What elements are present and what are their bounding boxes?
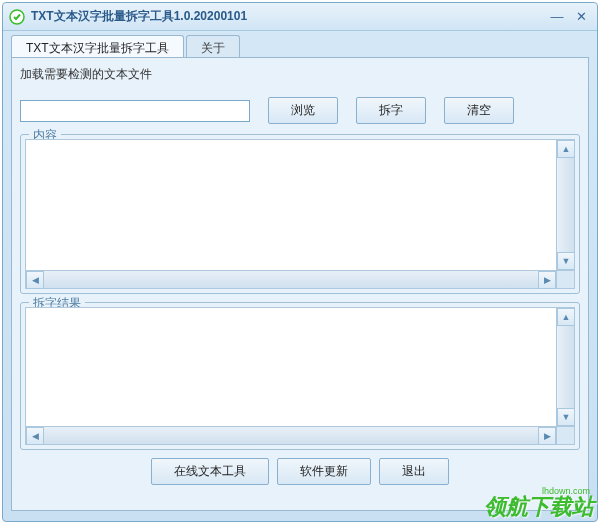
bottom-bar: 在线文本工具 软件更新 退出 — [20, 458, 580, 485]
tab-main[interactable]: TXT文本汉字批量拆字工具 — [11, 35, 184, 57]
app-icon — [9, 9, 25, 25]
result-textarea-wrap: ▲ ▼ ◀ ▶ — [25, 307, 575, 445]
content-area: 加载需要检测的文本文件 浏览 拆字 清空 内容 ▲ ▼ ◀ ▶ — [11, 57, 589, 511]
scroll-corner — [556, 270, 574, 288]
update-button[interactable]: 软件更新 — [277, 458, 371, 485]
clear-button[interactable]: 清空 — [444, 97, 514, 124]
window-title: TXT文本汉字批量拆字工具1.0.20200101 — [31, 8, 547, 25]
tab-bar: TXT文本汉字批量拆字工具 关于 — [3, 31, 597, 57]
scroll-left-icon[interactable]: ◀ — [26, 427, 44, 445]
tab-about[interactable]: 关于 — [186, 35, 240, 57]
scroll-corner — [556, 426, 574, 444]
scroll-up-icon[interactable]: ▲ — [557, 140, 575, 158]
file-path-input[interactable] — [20, 100, 250, 122]
scroll-down-icon[interactable]: ▼ — [557, 252, 575, 270]
split-button[interactable]: 拆字 — [356, 97, 426, 124]
minimize-button[interactable]: — — [547, 9, 567, 25]
app-window: TXT文本汉字批量拆字工具1.0.20200101 — ✕ TXT文本汉字批量拆… — [2, 2, 598, 522]
load-section: 加载需要检测的文本文件 浏览 拆字 清空 — [20, 66, 580, 124]
window-controls: — ✕ — [547, 9, 591, 25]
scrollbar-horizontal[interactable]: ◀ ▶ — [26, 270, 556, 288]
browse-button[interactable]: 浏览 — [268, 97, 338, 124]
result-textarea[interactable] — [26, 308, 556, 444]
result-fieldset: 拆字结果 ▲ ▼ ◀ ▶ — [20, 302, 580, 450]
scroll-up-icon[interactable]: ▲ — [557, 308, 575, 326]
scroll-right-icon[interactable]: ▶ — [538, 271, 556, 289]
content-textarea-wrap: ▲ ▼ ◀ ▶ — [25, 139, 575, 289]
scroll-left-icon[interactable]: ◀ — [26, 271, 44, 289]
scrollbar-vertical[interactable]: ▲ ▼ — [556, 140, 574, 270]
titlebar: TXT文本汉字批量拆字工具1.0.20200101 — ✕ — [3, 3, 597, 31]
scroll-down-icon[interactable]: ▼ — [557, 408, 575, 426]
content-textarea[interactable] — [26, 140, 556, 288]
load-label: 加载需要检测的文本文件 — [20, 66, 580, 83]
scroll-right-icon[interactable]: ▶ — [538, 427, 556, 445]
close-button[interactable]: ✕ — [571, 9, 591, 25]
content-fieldset: 内容 ▲ ▼ ◀ ▶ — [20, 134, 580, 294]
exit-button[interactable]: 退出 — [379, 458, 449, 485]
scrollbar-horizontal[interactable]: ◀ ▶ — [26, 426, 556, 444]
online-tools-button[interactable]: 在线文本工具 — [151, 458, 269, 485]
scrollbar-vertical[interactable]: ▲ ▼ — [556, 308, 574, 426]
